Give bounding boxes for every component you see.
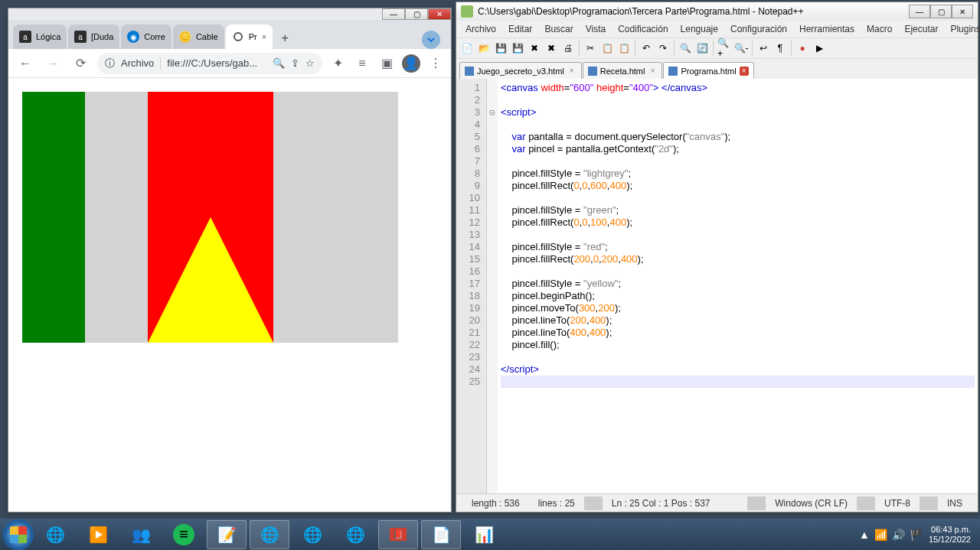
chrome-minimize-button[interactable]: — [382,8,405,20]
network-icon[interactable]: 📶 [874,529,887,541]
taskbar-people-icon[interactable]: 👥 [121,520,161,549]
wrap-icon[interactable]: ↩ [756,41,771,56]
taskbar-spotify-icon[interactable]: ≡ [164,520,204,549]
browser-tab[interactable]: aLógica [13,24,67,49]
menu-macro[interactable]: Macro [861,22,898,36]
volume-icon[interactable]: 🔊 [892,529,905,541]
clock-time: 06:43 p.m. [929,525,971,535]
cut-icon[interactable]: ✂ [583,41,598,56]
notepad-plus-plus-icon [461,5,473,18]
flag-icon[interactable]: 🏴 [910,529,923,541]
taskbar-ie-icon[interactable]: 🌐 [35,520,75,549]
npp-titlebar: C:\Users\gabi\Desktop\Programacion\Terce… [456,2,978,21]
info-icon: ⓘ [105,57,115,70]
tab-search-button[interactable] [422,31,440,49]
start-button[interactable] [3,519,34,550]
code-area[interactable]: <canvas width="600" height="400"> </canv… [498,79,978,493]
taskbar-pdf-icon[interactable]: 📕 [378,520,418,549]
paste-icon[interactable]: 📋 [616,41,632,56]
disk-icon [465,67,474,76]
replace-icon[interactable]: 🔄 [694,41,710,56]
bookmark-icon[interactable]: ☆ [305,57,315,69]
program-canvas [22,92,398,343]
new-file-icon[interactable]: 📄 [459,41,475,56]
menu-vista[interactable]: Vista [580,22,612,36]
npp-menubar: ArchivoEditarBuscarVistaCodificaciónLeng… [456,21,978,37]
chrome-close-button[interactable]: ✕ [428,8,451,20]
code-editor[interactable]: 1234567891011121314151617181920212223242… [456,79,978,493]
browser-tab[interactable]: a[Duda [68,24,119,49]
profile-avatar[interactable]: 👤 [402,54,420,73]
chrome-browser-window: — ▢ ✕ aLógica a[Duda ◉Corre 🪙Cable Pr× +… [8,8,452,513]
reading-list-icon[interactable]: ≡ [353,54,371,73]
zoom-in-icon[interactable]: 🔍+ [717,41,732,56]
menu-buscar[interactable]: Buscar [538,22,579,36]
reload-button[interactable]: ⟳ [70,53,91,74]
taskbar-chrome-icon[interactable]: 🌐 [292,520,332,549]
document-tab[interactable]: Juego_secreto_v3.html× [459,62,582,79]
close-tab-icon[interactable]: × [567,67,577,76]
taskbar-media-icon[interactable]: ▶️ [78,520,118,549]
menu-codificación[interactable]: Codificación [612,22,674,36]
document-tab-active[interactable]: Programa.html× [663,62,753,79]
status-encoding: UTF-8 [875,498,920,509]
undo-icon[interactable]: ↶ [639,41,654,56]
macro-record-icon[interactable]: ● [795,41,810,56]
extensions-icon[interactable]: ✦ [328,54,347,73]
taskbar-clock[interactable]: 06:43 p.m. 15/12/2022 [929,525,971,545]
address-bar[interactable]: ⓘ Archivo file:///C:/Users/gab... 🔍 ⇪ ☆ [97,53,322,74]
menu-configuración[interactable]: Configuración [724,22,793,36]
tab-filename: Programa.html [681,67,736,76]
npp-statusbar: length : 536 lines : 25 Ln : 25 Col : 1 … [456,493,978,512]
kebab-menu-icon[interactable]: ⋮ [426,54,445,73]
macro-play-icon[interactable]: ▶ [812,41,827,56]
close-all-icon[interactable]: ✖ [544,41,559,56]
document-tab[interactable]: Receta.html× [583,62,663,79]
save-icon[interactable]: 💾 [493,41,508,56]
find-icon[interactable]: 🔍 [678,41,693,56]
browser-tab-active[interactable]: Pr× [226,24,273,49]
side-panel-icon[interactable]: ▣ [377,54,396,73]
windows-taskbar: 🌐 ▶️ 👥 ≡ 📝 🌐 🌐 🌐 📕 📄 📊 ▲ 📶 🔊 🏴 06:43 p.m… [0,519,980,550]
status-insert-mode: INS [938,498,972,509]
browser-tab[interactable]: ◉Corre [121,24,172,49]
taskbar-word-icon[interactable]: 📝 [207,520,247,549]
open-file-icon[interactable]: 📂 [476,41,492,56]
disk-icon [588,67,597,76]
show-chars-icon[interactable]: ¶ [773,41,788,56]
save-all-icon[interactable]: 💾 [510,41,525,56]
show-hidden-icon[interactable]: ▲ [859,529,870,541]
menu-ejecutar[interactable]: Ejecutar [898,22,944,36]
close-tab-icon[interactable]: × [648,67,657,76]
zoom-icon[interactable]: 🔍 [273,57,285,69]
print-icon[interactable]: 🖨 [560,41,576,56]
close-file-icon[interactable]: ✖ [527,41,542,56]
npp-minimize-button[interactable]: — [909,5,930,18]
taskbar-chrome-icon[interactable]: 🌐 [250,520,289,549]
npp-toolbar: 📄 📂 💾 💾 ✖ ✖ 🖨 ✂ 📋 📋 ↶ ↷ 🔍 🔄 🔍+ 🔍- ↩ ¶ ● … [456,37,978,59]
menu-archivo[interactable]: Archivo [459,22,502,36]
close-tab-icon[interactable]: × [740,67,749,76]
page-viewport [8,78,451,512]
forward-button[interactable]: → [42,53,64,74]
back-button[interactable]: ← [15,53,36,74]
chrome-toolbar: ← → ⟳ ⓘ Archivo file:///C:/Users/gab... … [8,49,451,78]
share-icon[interactable]: ⇪ [291,57,299,69]
chrome-maximize-button[interactable]: ▢ [405,8,428,20]
menu-lenguaje[interactable]: Lenguaje [675,22,724,36]
taskbar-app-icon[interactable]: 📊 [464,520,504,549]
redo-icon[interactable]: ↷ [655,41,671,56]
zoom-out-icon[interactable]: 🔍- [733,41,749,56]
menu-plugins[interactable]: Plugins [944,22,980,36]
npp-maximize-button[interactable]: ▢ [930,5,952,18]
close-tab-icon[interactable]: × [262,32,266,41]
new-tab-button[interactable]: + [274,28,296,49]
copy-icon[interactable]: 📋 [599,41,615,56]
npp-close-button[interactable]: ✕ [952,5,973,18]
taskbar-notepadpp-icon[interactable]: 📄 [421,520,461,549]
taskbar-chrome-icon[interactable]: 🌐 [335,520,375,549]
menu-herramientas[interactable]: Herramientas [793,22,861,36]
browser-tab[interactable]: 🪙Cable [173,24,224,49]
menu-editar[interactable]: Editar [502,22,538,36]
tab-filename: Receta.html [600,67,645,76]
